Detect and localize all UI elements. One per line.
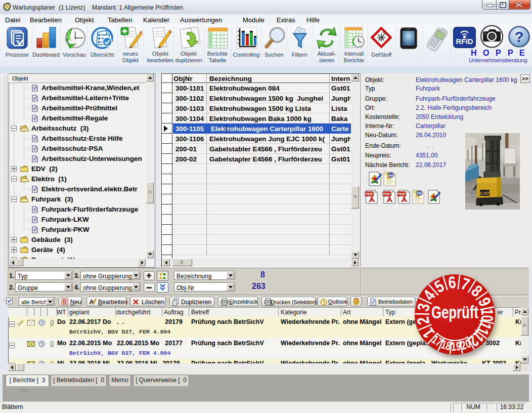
svg-text:?: ? xyxy=(514,28,523,45)
svg-text:PDF: PDF xyxy=(388,174,394,177)
svg-text:PDF: PDF xyxy=(365,192,373,196)
svg-text:PDF: PDF xyxy=(383,192,391,196)
svg-text:PDF: PDF xyxy=(397,192,406,196)
svg-text:Geprüft: Geprüft xyxy=(431,302,478,322)
svg-text:PDF: PDF xyxy=(417,192,422,195)
svg-text:6: 6 xyxy=(448,273,457,292)
svg-text:B: B xyxy=(63,299,67,305)
svg-text:RFID: RFID xyxy=(456,37,473,46)
